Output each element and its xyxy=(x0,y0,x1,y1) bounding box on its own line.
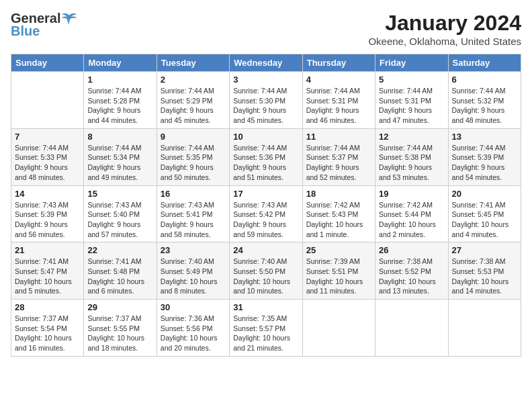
day-number: 7 xyxy=(15,132,80,142)
day-info: Sunrise: 7:42 AMSunset: 5:43 PMDaylight:… xyxy=(306,200,371,240)
calendar-day-cell: 25Sunrise: 7:39 AMSunset: 5:51 PMDayligh… xyxy=(302,242,375,300)
day-of-week-header: Sunday xyxy=(11,54,84,72)
day-number: 22 xyxy=(87,245,152,255)
logo: General Blue xyxy=(11,11,77,39)
day-number: 6 xyxy=(452,75,517,85)
calendar-day-cell: 28Sunrise: 7:37 AMSunset: 5:54 PMDayligh… xyxy=(11,300,84,357)
calendar-day-cell: 6Sunrise: 7:44 AMSunset: 5:32 PMDaylight… xyxy=(448,72,521,129)
calendar-day-cell: 5Sunrise: 7:44 AMSunset: 5:31 PMDaylight… xyxy=(375,72,448,129)
day-number: 14 xyxy=(15,189,80,199)
day-info: Sunrise: 7:44 AMSunset: 5:37 PMDaylight:… xyxy=(306,143,371,183)
calendar-day-cell: 11Sunrise: 7:44 AMSunset: 5:37 PMDayligh… xyxy=(302,128,375,185)
calendar-day-cell: 24Sunrise: 7:40 AMSunset: 5:50 PMDayligh… xyxy=(230,242,302,300)
day-number: 26 xyxy=(379,245,444,255)
day-info: Sunrise: 7:44 AMSunset: 5:29 PMDaylight:… xyxy=(161,86,226,126)
calendar-subtitle: Okeene, Oklahoma, United States xyxy=(368,36,521,47)
day-info: Sunrise: 7:42 AMSunset: 5:44 PMDaylight:… xyxy=(379,200,444,240)
calendar-header-row: SundayMondayTuesdayWednesdayThursdayFrid… xyxy=(11,54,521,72)
calendar-day-cell: 8Sunrise: 7:44 AMSunset: 5:34 PMDaylight… xyxy=(84,128,157,185)
calendar-day-cell xyxy=(448,300,521,357)
calendar-day-cell xyxy=(375,300,448,357)
calendar-day-cell: 19Sunrise: 7:42 AMSunset: 5:44 PMDayligh… xyxy=(375,185,448,242)
calendar-day-cell: 14Sunrise: 7:43 AMSunset: 5:39 PMDayligh… xyxy=(11,185,84,242)
day-info: Sunrise: 7:36 AMSunset: 5:56 PMDaylight:… xyxy=(161,314,226,353)
day-number: 28 xyxy=(15,302,80,312)
day-number: 11 xyxy=(306,132,371,142)
calendar-week-row: 14Sunrise: 7:43 AMSunset: 5:39 PMDayligh… xyxy=(11,185,521,242)
day-info: Sunrise: 7:44 AMSunset: 5:32 PMDaylight:… xyxy=(452,86,517,126)
day-number: 3 xyxy=(233,75,298,85)
logo-bird-icon xyxy=(62,13,77,25)
day-info: Sunrise: 7:44 AMSunset: 5:31 PMDaylight:… xyxy=(379,86,444,126)
day-info: Sunrise: 7:44 AMSunset: 5:35 PMDaylight:… xyxy=(161,143,226,183)
day-info: Sunrise: 7:44 AMSunset: 5:30 PMDaylight:… xyxy=(233,86,298,126)
logo-blue-text: Blue xyxy=(11,24,40,39)
day-number: 20 xyxy=(452,189,517,199)
day-info: Sunrise: 7:44 AMSunset: 5:34 PMDaylight:… xyxy=(87,143,152,183)
calendar-day-cell: 20Sunrise: 7:41 AMSunset: 5:45 PMDayligh… xyxy=(448,185,521,242)
day-info: Sunrise: 7:44 AMSunset: 5:38 PMDaylight:… xyxy=(379,143,444,183)
calendar-day-cell: 17Sunrise: 7:43 AMSunset: 5:42 PMDayligh… xyxy=(230,185,302,242)
day-number: 13 xyxy=(452,132,517,142)
day-number: 5 xyxy=(379,75,444,85)
day-number: 18 xyxy=(306,189,371,199)
day-info: Sunrise: 7:38 AMSunset: 5:53 PMDaylight:… xyxy=(452,257,517,296)
calendar-day-cell: 29Sunrise: 7:37 AMSunset: 5:55 PMDayligh… xyxy=(84,300,157,357)
calendar-day-cell: 15Sunrise: 7:43 AMSunset: 5:40 PMDayligh… xyxy=(84,185,157,242)
day-info: Sunrise: 7:37 AMSunset: 5:54 PMDaylight:… xyxy=(15,314,80,353)
day-number: 16 xyxy=(161,189,226,199)
day-number: 29 xyxy=(87,302,152,312)
day-of-week-header: Saturday xyxy=(448,54,521,72)
calendar-day-cell: 1Sunrise: 7:44 AMSunset: 5:28 PMDaylight… xyxy=(84,72,157,129)
calendar-day-cell: 9Sunrise: 7:44 AMSunset: 5:35 PMDaylight… xyxy=(157,128,229,185)
day-info: Sunrise: 7:43 AMSunset: 5:42 PMDaylight:… xyxy=(233,200,298,240)
calendar-day-cell: 23Sunrise: 7:40 AMSunset: 5:49 PMDayligh… xyxy=(157,242,229,300)
calendar-week-row: 28Sunrise: 7:37 AMSunset: 5:54 PMDayligh… xyxy=(11,300,521,357)
day-number: 31 xyxy=(233,302,298,312)
calendar-table: SundayMondayTuesdayWednesdayThursdayFrid… xyxy=(11,54,521,357)
day-number: 30 xyxy=(161,302,226,312)
day-info: Sunrise: 7:41 AMSunset: 5:47 PMDaylight:… xyxy=(15,257,80,296)
day-info: Sunrise: 7:44 AMSunset: 5:31 PMDaylight:… xyxy=(306,86,371,126)
day-info: Sunrise: 7:44 AMSunset: 5:28 PMDaylight:… xyxy=(87,86,152,126)
day-number: 10 xyxy=(233,132,298,142)
day-info: Sunrise: 7:43 AMSunset: 5:41 PMDaylight:… xyxy=(161,200,226,240)
day-number: 23 xyxy=(161,245,226,255)
day-number: 15 xyxy=(87,189,152,199)
day-info: Sunrise: 7:40 AMSunset: 5:49 PMDaylight:… xyxy=(161,257,226,296)
calendar-day-cell: 16Sunrise: 7:43 AMSunset: 5:41 PMDayligh… xyxy=(157,185,229,242)
day-number: 9 xyxy=(161,132,226,142)
day-number: 24 xyxy=(233,245,298,255)
calendar-day-cell: 10Sunrise: 7:44 AMSunset: 5:36 PMDayligh… xyxy=(230,128,302,185)
calendar-day-cell: 4Sunrise: 7:44 AMSunset: 5:31 PMDaylight… xyxy=(302,72,375,129)
calendar-day-cell: 2Sunrise: 7:44 AMSunset: 5:29 PMDaylight… xyxy=(157,72,229,129)
calendar-day-cell: 21Sunrise: 7:41 AMSunset: 5:47 PMDayligh… xyxy=(11,242,84,300)
day-number: 1 xyxy=(87,75,152,85)
calendar-day-cell: 12Sunrise: 7:44 AMSunset: 5:38 PMDayligh… xyxy=(375,128,448,185)
calendar-day-cell: 7Sunrise: 7:44 AMSunset: 5:33 PMDaylight… xyxy=(11,128,84,185)
day-number: 17 xyxy=(233,189,298,199)
day-number: 2 xyxy=(161,75,226,85)
day-info: Sunrise: 7:44 AMSunset: 5:33 PMDaylight:… xyxy=(15,143,80,183)
calendar-day-cell: 13Sunrise: 7:44 AMSunset: 5:39 PMDayligh… xyxy=(448,128,521,185)
day-info: Sunrise: 7:43 AMSunset: 5:39 PMDaylight:… xyxy=(15,200,80,240)
day-of-week-header: Monday xyxy=(84,54,157,72)
title-block: January 2024 Okeene, Oklahoma, United St… xyxy=(368,11,521,47)
page-header: General Blue January 2024 Okeene, Oklaho… xyxy=(11,11,521,47)
day-info: Sunrise: 7:44 AMSunset: 5:36 PMDaylight:… xyxy=(233,143,298,183)
day-info: Sunrise: 7:40 AMSunset: 5:50 PMDaylight:… xyxy=(233,257,298,296)
calendar-week-row: 21Sunrise: 7:41 AMSunset: 5:47 PMDayligh… xyxy=(11,242,521,300)
day-info: Sunrise: 7:41 AMSunset: 5:48 PMDaylight:… xyxy=(87,257,152,296)
day-of-week-header: Friday xyxy=(375,54,448,72)
day-number: 19 xyxy=(379,189,444,199)
calendar-day-cell: 26Sunrise: 7:38 AMSunset: 5:52 PMDayligh… xyxy=(375,242,448,300)
day-number: 25 xyxy=(306,245,371,255)
calendar-title: January 2024 xyxy=(368,11,521,36)
day-info: Sunrise: 7:38 AMSunset: 5:52 PMDaylight:… xyxy=(379,257,444,296)
calendar-day-cell: 3Sunrise: 7:44 AMSunset: 5:30 PMDaylight… xyxy=(230,72,302,129)
calendar-day-cell: 22Sunrise: 7:41 AMSunset: 5:48 PMDayligh… xyxy=(84,242,157,300)
day-info: Sunrise: 7:37 AMSunset: 5:55 PMDaylight:… xyxy=(87,314,152,353)
day-number: 8 xyxy=(87,132,152,142)
day-number: 12 xyxy=(379,132,444,142)
day-of-week-header: Thursday xyxy=(302,54,375,72)
